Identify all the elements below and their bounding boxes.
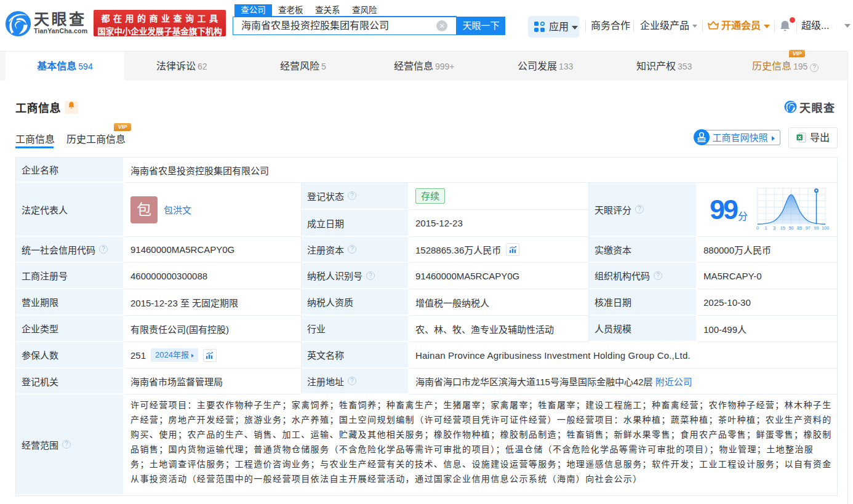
svg-text:15: 15 — [780, 225, 785, 231]
svg-text:97: 97 — [806, 225, 811, 231]
svg-text:85: 85 — [797, 225, 802, 231]
svg-text:99: 99 — [814, 225, 819, 231]
svg-text:0: 0 — [756, 225, 759, 231]
svg-text:3: 3 — [773, 225, 775, 231]
svg-text:1: 1 — [764, 225, 767, 231]
svg-text:100: 100 — [822, 225, 829, 231]
svg-text:50: 50 — [788, 225, 793, 231]
